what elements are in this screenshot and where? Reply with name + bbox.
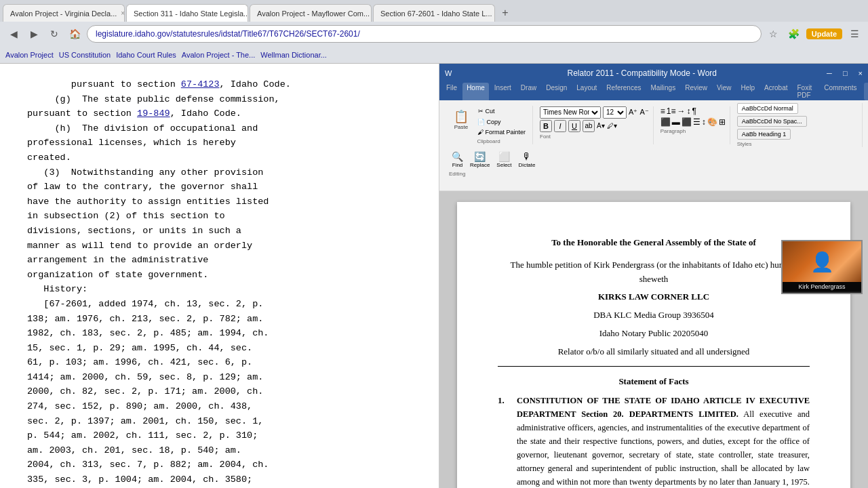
video-overlay: 👤 Kirk Pendergrass [781,240,863,294]
word-close-btn[interactable]: × [859,69,863,77]
paste-button[interactable]: 📋 Paste [449,106,473,133]
bookmark-5[interactable]: Wellman Dictionar... [260,51,327,59]
tab-1[interactable]: Avalon Project - Virginia Decla... × [3,4,125,22]
ribbon-tab-view[interactable]: View [713,83,736,100]
sort-button[interactable]: ↕ [686,106,690,116]
font-color-button[interactable]: A▾ [597,122,605,129]
word-document-area[interactable]: 👤 Kirk Pendergrass To the Honorable the … [439,191,868,488]
word-minimize-btn[interactable]: ─ [827,69,832,77]
bookmark-4[interactable]: Avalon Project - The... [182,51,255,59]
editing-group: 🔍 Find 🔄 Replace ⬜ Select 🎙 Dictate [445,150,542,188]
ribbon-tab-draw[interactable]: Draw [517,83,540,100]
code-line: 138; am. 1976, ch. 213, sec. 2, p. 782; … [27,312,412,327]
new-tab-button[interactable]: + [496,4,514,22]
code-line: 61, p. 103; am. 1996, ch. 421, sec. 6, p… [27,355,412,370]
code-line: organization of state government. [27,268,412,283]
bullets-button[interactable]: ≡ [660,106,665,116]
ribbon-tab-design[interactable]: Design [542,83,571,100]
find-button[interactable]: 🔍 Find [449,150,466,169]
item-1-text: All executive and administrative officer… [517,409,810,488]
style-normal[interactable]: AaBbCcDd Normal [737,103,798,114]
ribbon-tab-home[interactable]: Home [462,83,489,100]
ribbon-comments[interactable]: Comments [818,83,862,100]
tab-1-close[interactable]: × [121,9,125,17]
refresh-button[interactable]: ↻ [46,26,62,42]
underline-button[interactable]: U [568,120,580,132]
doc-header: To the Honorable the General Assembly of… [498,236,810,250]
bookmark-1[interactable]: Avalon Project [5,51,54,59]
copy-button[interactable]: 📄 Copy [475,117,528,127]
star-button[interactable]: ☆ [766,26,782,42]
ribbon-tab-references[interactable]: References [602,83,645,100]
highlight-button[interactable]: 🖊▾ [607,122,617,129]
update-button[interactable]: Update [806,28,842,39]
align-center-button[interactable]: ▬ [672,117,680,127]
code-line: pursuant to section 19-849, Idaho Code. [27,106,412,121]
shading-button[interactable]: 🎨 [707,117,717,127]
font-size-select[interactable]: 12 [603,106,627,119]
browser-content: pursuant to section 67-4123, Idaho Code.… [0,64,439,488]
ribbon-tab-help[interactable]: Help [736,83,759,100]
code-line: pursuant to section 67-4123, Idaho Code. [27,77,412,92]
ribbon-tab-foxitpdf[interactable]: Foxit PDF [793,83,816,100]
back-button[interactable]: ◀ [5,26,22,42]
code-line: 274, sec. 152, p. 890; am. 2000, ch. 438… [27,399,412,414]
code-line: of law to the contrary, the governor sha… [27,180,412,195]
indent-button[interactable]: → [677,106,685,116]
tab-4-label: Section 67-2601 - Idaho State L... [380,9,492,18]
video-face: 👤 [783,241,861,282]
align-left-button[interactable]: ⬛ [660,117,671,127]
dictate-button[interactable]: 🎙 Dictate [516,150,538,169]
style-no-spacing[interactable]: AaBbCcDd No Spac... [737,116,807,127]
bookmark-3[interactable]: Idaho Court Rules [116,51,176,59]
increase-font-button[interactable]: A⁺ [629,108,637,117]
strikethrough-button[interactable]: ab [583,120,595,132]
line-spacing-button[interactable]: ↕ [702,117,706,127]
italic-button[interactable]: I [554,120,566,132]
extensions-button[interactable]: 🧩 [786,26,802,42]
replace-button[interactable]: 🔄 Replace [467,150,492,169]
item-1-num: 1. [498,394,511,488]
bookmark-2[interactable]: US Constitution [59,51,111,59]
border-button[interactable]: ⊞ [719,117,726,127]
forward-button[interactable]: ▶ [26,26,42,42]
tab-3[interactable]: Avalon Project - Mayflower Com... × [250,4,372,22]
address-input[interactable]: legislature.idaho.gov/statutesrules/idst… [87,25,762,43]
ribbon-tab-mailings[interactable]: Mailings [646,83,679,100]
ribbon-tab-layout[interactable]: Layout [572,83,601,100]
show-marks-button[interactable]: ¶ [692,106,696,116]
decrease-font-button[interactable]: A⁻ [639,108,648,117]
format-painter-button[interactable]: 🖌 Format Painter [475,127,528,137]
menu-button[interactable]: ☰ [846,26,863,42]
ribbon-tab-insert[interactable]: Insert [490,83,515,100]
tab-2-label: Section 311 - Idaho State Legisla... [134,9,248,18]
tab-3-label: Avalon Project - Mayflower Com... [257,9,370,18]
ribbon-editing[interactable]: ✎ Editing [864,83,868,100]
ribbon-tab-review[interactable]: Review [681,83,711,100]
dba: DBA KLC Media Group 3936504 [498,308,810,323]
numbered-list-button[interactable]: 1≡ [667,106,676,116]
relator: Relator o/b/o all similarly situated and… [498,345,810,359]
code-line: 2000, ch. 82, sec. 2, p. 171; am. 2000, … [27,384,412,399]
tab-4[interactable]: Section 67-2601 - Idaho State L... × [373,4,495,22]
home-button[interactable]: 🏠 [66,26,83,42]
paragraph-group: ≡ 1≡ → ↕ ¶ ⬛ ▬ ⬛ ☰ ↕ 🎨 ⊞ Paragraph [656,106,730,144]
font-family-select[interactable]: Times New Roman [540,106,601,119]
word-maximize-btn[interactable]: □ [843,69,848,77]
ribbon-tab-file[interactable]: File [442,83,461,100]
bold-button[interactable]: B [540,120,552,132]
select-button[interactable]: ⬜ Select [494,150,514,169]
style-heading1[interactable]: AaBb Heading 1 [737,129,791,140]
code-line: created. [27,150,412,165]
justify-button[interactable]: ☰ [693,117,701,127]
align-right-button[interactable]: ⬛ [682,117,692,127]
code-link[interactable]: 19-849 [137,108,170,119]
code-line: [67-2601, added 1974, ch. 13, sec. 2, p. [27,297,412,312]
tab-bar: Avalon Project - Virginia Decla... × Sec… [0,0,868,22]
styles-group: AaBbCcDd Normal AaBbCcDd No Spac... AaBb… [733,103,863,147]
ribbon-tab-acrobat[interactable]: Acrobat [760,83,791,100]
code-link[interactable]: 67-4123 [181,79,220,89]
tab-2[interactable]: Section 311 - Idaho State Legisla... × [126,4,248,22]
code-line: History: [27,282,412,297]
cut-button[interactable]: ✂ Cut [475,106,528,117]
